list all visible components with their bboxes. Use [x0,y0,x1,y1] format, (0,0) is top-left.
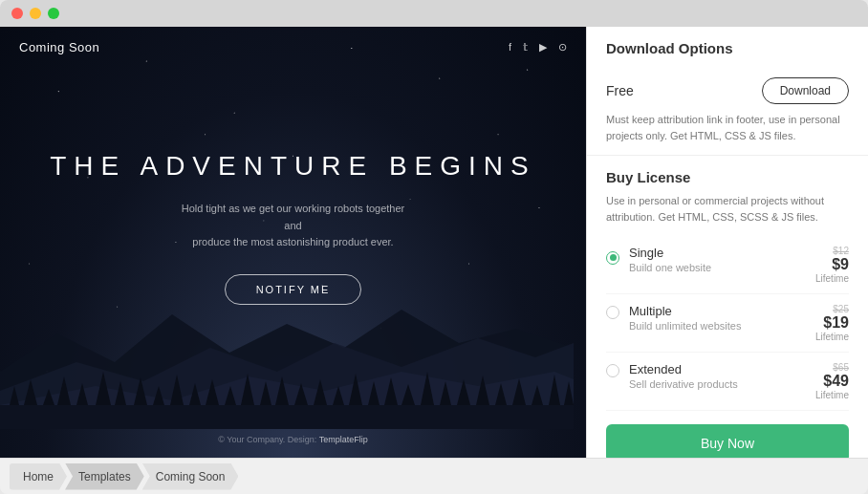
license-name-extended: Extended [629,362,806,376]
price-current-multiple: $19 [815,314,849,332]
radio-circle-multiple [606,306,619,319]
right-panel: Download Options Free Download Must keep… [586,27,868,458]
panel-header: Download Options [587,27,868,66]
free-description: Must keep attribution link in footer, us… [587,112,868,156]
breadcrumb-coming-soon-label: Coming Soon [156,470,226,483]
license-info-single: Single Build one website [629,246,806,273]
license-desc-single: Build one website [629,262,806,273]
price-multiple: $25 $19 Lifetime [815,304,849,342]
buy-section: Buy License Use in personal or commercia… [587,156,868,458]
preview-pane: Coming Soon f 𝕥 ▶ ⊙ THE ADVENTURE BEGINS… [0,27,586,458]
app-window: Coming Soon f 𝕥 ▶ ⊙ THE ADVENTURE BEGINS… [0,0,868,494]
preview-footer-link[interactable]: TemplateFlip [319,435,368,444]
breadcrumb-templates-label: Templates [78,470,131,483]
price-original-multiple: $25 [815,304,849,314]
license-name-single: Single [629,246,806,260]
preview-subtitle: Hold tight as we get our working robots … [178,201,407,251]
price-current-single: $9 [815,256,849,273]
breadcrumb-bar: Home Templates Coming Soon [0,458,868,494]
radio-multiple[interactable] [606,306,619,323]
buy-description: Use in personal or commercial projects w… [606,193,849,225]
radio-single[interactable] [606,247,619,265]
twitter-icon[interactable]: 𝕥 [523,41,528,54]
instagram-icon[interactable]: ⊙ [558,41,567,54]
panel-title: Download Options [606,40,849,56]
buy-now-button[interactable]: Buy Now [606,424,849,458]
social-icons: f 𝕥 ▶ ⊙ [509,41,567,54]
youtube-icon[interactable]: ▶ [539,41,547,54]
price-current-extended: $49 [815,373,849,390]
price-period-multiple: Lifetime [815,332,849,342]
close-button[interactable] [11,8,23,19]
radio-circle-extended [606,364,619,377]
download-button[interactable]: Download [762,77,849,104]
license-desc-extended: Sell derivative products [629,378,806,390]
main-row: Coming Soon f 𝕥 ▶ ⊙ THE ADVENTURE BEGINS… [0,27,868,458]
titlebar [0,0,868,27]
preview-logo: Coming Soon [19,40,99,54]
free-section: Free Download [587,66,868,112]
breadcrumb-home-label: Home [23,470,54,483]
free-label: Free [606,83,634,98]
preview-content: THE ADVENTURE BEGINS Hold tight as we ge… [50,151,536,305]
price-period-single: Lifetime [815,273,849,284]
price-original-extended: $65 [815,362,849,373]
license-option-extended[interactable]: Extended Sell derivative products $65 $4… [606,353,849,411]
license-name-multiple: Multiple [629,304,806,318]
buy-title: Buy License [606,169,849,185]
content-area: Coming Soon f 𝕥 ▶ ⊙ THE ADVENTURE BEGINS… [0,27,868,494]
breadcrumb-home[interactable]: Home [10,463,67,490]
facebook-icon[interactable]: f [509,41,511,54]
radio-inner-single [610,254,617,261]
preview-title: THE ADVENTURE BEGINS [50,151,536,182]
price-original-single: $12 [815,246,849,256]
maximize-button[interactable] [48,8,59,19]
license-desc-multiple: Build unlimited websites [629,320,806,332]
license-option-single[interactable]: Single Build one website $12 $9 Lifetime [606,236,849,294]
license-option-multiple[interactable]: Multiple Build unlimited websites $25 $1… [606,294,849,353]
minimize-button[interactable] [30,8,41,19]
price-period-extended: Lifetime [815,390,849,400]
preview-top-bar: Coming Soon f 𝕥 ▶ ⊙ [0,27,586,68]
mountains-graphic [0,295,574,429]
radio-circle-single [606,251,619,265]
breadcrumb-coming-soon[interactable]: Coming Soon [142,463,239,490]
license-info-extended: Extended Sell derivative products [629,362,806,390]
price-extended: $65 $49 Lifetime [815,362,849,400]
preview-footer: © Your Company. Design: TemplateFlip [0,429,586,446]
breadcrumb-templates[interactable]: Templates [65,463,144,490]
preview-footer-text: © Your Company. Design: [218,435,318,444]
notify-button[interactable]: NOTIFY ME [225,274,362,305]
price-single: $12 $9 Lifetime [815,246,849,284]
radio-extended[interactable] [606,364,619,381]
license-info-multiple: Multiple Build unlimited websites [629,304,806,332]
svg-rect-3 [0,405,574,429]
